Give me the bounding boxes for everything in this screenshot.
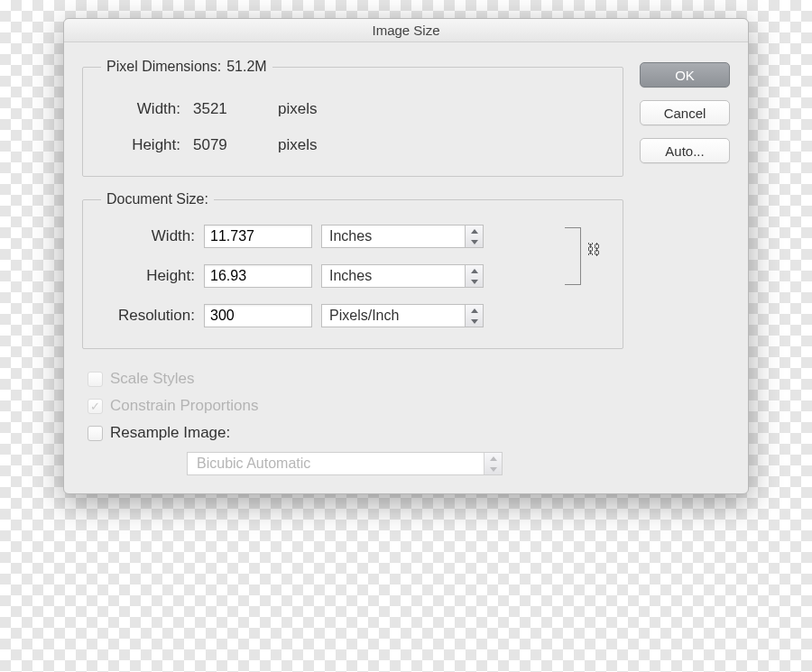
- doc-height-input[interactable]: [204, 264, 312, 288]
- scale-styles-label: Scale Styles: [110, 370, 195, 388]
- resample-image-label: Resample Image:: [110, 424, 230, 442]
- pixel-width-row: Width: 3521 pixels: [117, 91, 610, 127]
- right-column: OK Cancel Auto...: [640, 59, 730, 475]
- constrain-proportions-label: Constrain Proportions: [110, 397, 258, 415]
- doc-height-unit-select[interactable]: Inches: [321, 264, 484, 288]
- doc-resolution-unit-select[interactable]: Pixels/Inch: [321, 304, 484, 327]
- scale-styles-row: Scale Styles: [88, 365, 623, 392]
- pixel-height-value: 5079: [193, 136, 265, 154]
- chain-link-icon[interactable]: ⛓: [586, 242, 601, 258]
- ok-button[interactable]: OK: [640, 62, 730, 87]
- stepper-icon: [465, 226, 483, 247]
- stepper-icon: [465, 305, 483, 327]
- stepper-icon: [465, 265, 483, 287]
- pixel-dimensions-label: Pixel Dimensions:: [106, 59, 221, 75]
- link-column: ⛓: [559, 216, 610, 336]
- doc-resolution-unit-value: Pixels/Inch: [329, 308, 399, 324]
- resample-method-value: Bicubic Automatic: [197, 456, 310, 472]
- document-size-legend: Document Size:: [101, 191, 214, 207]
- auto-button[interactable]: Auto...: [640, 138, 730, 163]
- window-title: Image Size: [372, 23, 439, 38]
- cancel-button[interactable]: Cancel: [640, 100, 730, 125]
- pixel-width-value: 3521: [193, 100, 265, 118]
- doc-resolution-row: Resolution: Pixels/Inch: [96, 296, 559, 336]
- document-size-group: Document Size: Width: Inches Height: [82, 191, 623, 349]
- resample-image-checkbox[interactable]: [88, 426, 103, 441]
- pixel-dimensions-total: 51.2M: [226, 59, 266, 75]
- cancel-button-label: Cancel: [664, 106, 706, 121]
- pixel-height-unit: pixels: [278, 136, 317, 154]
- pixel-dimensions-legend: Pixel Dimensions: 51.2M: [101, 59, 272, 75]
- image-size-dialog: Image Size Pixel Dimensions: 51.2M Width…: [63, 18, 749, 494]
- resample-method-select: Bicubic Automatic: [187, 452, 503, 475]
- doc-width-unit-value: Inches: [329, 228, 372, 244]
- pixel-height-label: Height:: [117, 136, 180, 154]
- stepper-icon: [484, 453, 502, 474]
- constrain-proportions-row: ✓ Constrain Proportions: [88, 392, 623, 419]
- ok-button-label: OK: [675, 68, 695, 83]
- titlebar[interactable]: Image Size: [64, 19, 748, 42]
- auto-button-label: Auto...: [665, 143, 704, 159]
- constrain-proportions-checkbox: ✓: [88, 399, 103, 414]
- doc-resolution-input[interactable]: [204, 304, 312, 327]
- pixel-width-label: Width:: [117, 100, 180, 118]
- doc-width-row: Width: Inches: [96, 216, 559, 256]
- doc-height-label: Height:: [96, 267, 195, 285]
- doc-resolution-label: Resolution:: [96, 307, 195, 325]
- left-column: Pixel Dimensions: 51.2M Width: 3521 pixe…: [82, 59, 623, 475]
- dialog-content: Pixel Dimensions: 51.2M Width: 3521 pixe…: [64, 42, 748, 493]
- resample-image-row[interactable]: Resample Image:: [88, 419, 623, 446]
- pixel-height-row: Height: 5079 pixels: [117, 127, 610, 163]
- doc-height-unit-value: Inches: [329, 268, 372, 284]
- doc-height-row: Height: Inches: [96, 256, 559, 296]
- doc-width-unit-select[interactable]: Inches: [321, 225, 484, 248]
- link-bracket-icon: [565, 227, 581, 285]
- doc-width-input[interactable]: [204, 225, 312, 248]
- pixel-dimensions-group: Pixel Dimensions: 51.2M Width: 3521 pixe…: [82, 59, 623, 177]
- doc-width-label: Width:: [96, 227, 195, 245]
- options-group: Scale Styles ✓ Constrain Proportions Res…: [82, 364, 623, 475]
- scale-styles-checkbox: [88, 372, 103, 387]
- pixel-width-unit: pixels: [278, 100, 317, 118]
